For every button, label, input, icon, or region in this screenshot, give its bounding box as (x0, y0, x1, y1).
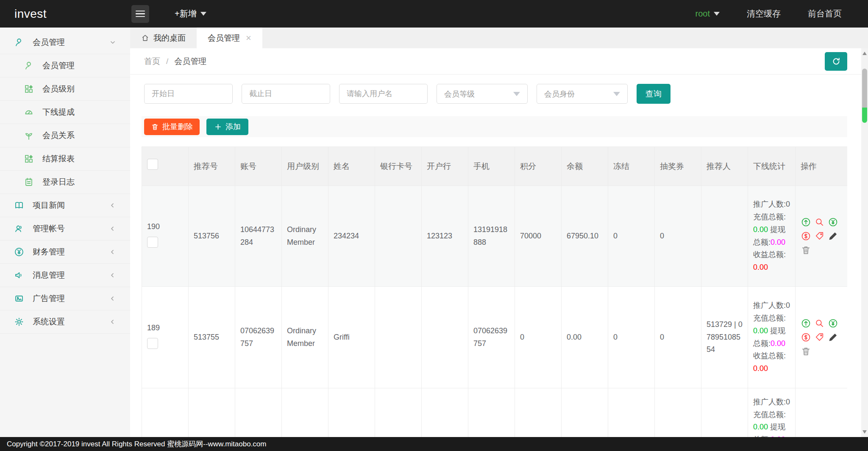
sidebar-item-project-news[interactable]: 项目新闻 (0, 194, 130, 217)
search-button[interactable]: 查询 (637, 84, 670, 104)
col-header: 用户级别 (282, 147, 328, 186)
sidebar-item-message-management[interactable]: 消息管理 (0, 264, 130, 287)
user-icon (14, 37, 24, 47)
yen-adjust-icon[interactable] (828, 318, 838, 329)
cell-balance: 67950.10 (562, 186, 608, 287)
member-level-select[interactable]: 会员等级 (437, 84, 528, 104)
chevron-left-icon (109, 318, 117, 326)
cell-bank-card (375, 186, 422, 287)
user-menu[interactable]: root (696, 9, 720, 19)
user-icon (24, 61, 34, 71)
sidebar-item-admin-accounts[interactable]: 管理帐号 (0, 217, 130, 241)
app-logo: invest (0, 7, 130, 21)
sidebar-item-downline-commission[interactable]: 下线提成 (0, 101, 130, 124)
sidebar-item-label: 登录日志 (42, 177, 75, 188)
end-date-input[interactable] (242, 84, 330, 104)
cell-level: Ordinary Member (282, 287, 328, 388)
table-row: 189 513755 07062639757 Ordinary Member G… (142, 287, 848, 388)
sidebar-item-system-settings[interactable]: 系统设置 (0, 310, 130, 334)
members-table: 推荐号 账号 用户级别 姓名 银行卡号 开户行 手机 积分 余额 冻结 抽奖券 … (142, 147, 847, 437)
add-button[interactable]: 添加 (206, 119, 248, 135)
front-home-link[interactable]: 前台首页 (808, 8, 842, 19)
copyright-text: Copyright ©2017-2019 invest All Rights R… (7, 439, 266, 449)
sidebar-item-login-log[interactable]: 登录日志 (0, 171, 130, 194)
add-label: 添加 (225, 122, 241, 132)
yen-adjust-icon[interactable] (828, 217, 838, 227)
breadcrumb-home[interactable]: 首页 (144, 56, 160, 67)
username-label: root (696, 9, 710, 19)
cell-name: 234234 (328, 186, 375, 287)
sidebar-item-settlement-report[interactable]: 结算报表 (0, 147, 130, 171)
cell-bank (422, 287, 468, 388)
gear-icon (14, 317, 24, 327)
sidebar-item-member-management-parent[interactable]: 会员管理 (0, 31, 130, 54)
chevron-left-icon (109, 202, 117, 209)
scrollbar[interactable] (861, 48, 868, 437)
tag-icon[interactable] (814, 332, 825, 343)
upgrade-icon[interactable] (801, 217, 811, 227)
chevron-left-icon (109, 248, 117, 256)
clear-cache-link[interactable]: 清空缓存 (747, 8, 781, 19)
yen-circle-icon (14, 247, 24, 257)
delete-icon[interactable] (801, 346, 811, 357)
refresh-button[interactable] (825, 52, 847, 71)
sidebar-item-member-level[interactable]: 会员级别 (0, 77, 130, 101)
col-header: 操作 (796, 147, 848, 186)
dollar-adjust-icon[interactable] (801, 231, 811, 241)
col-header: 推荐号 (189, 147, 235, 186)
edit-icon[interactable] (828, 332, 838, 343)
sidebar-item-label: 结算报表 (42, 153, 75, 164)
tag-icon[interactable] (814, 231, 825, 241)
footer: Copyright ©2017-2019 invest All Rights R… (0, 437, 868, 451)
sidebar-item-member-list[interactable]: 会员管理 (0, 54, 130, 77)
cell-level: Ordinary Member (282, 186, 328, 287)
start-date-input[interactable] (144, 84, 233, 104)
sidebar-item-ad-management[interactable]: 广告管理 (0, 287, 130, 310)
speaker-icon (14, 270, 24, 280)
sidebar-item-finance-management[interactable]: 财务管理 (0, 241, 130, 264)
sidebar-item-label: 会员级别 (42, 83, 75, 94)
scroll-up-arrow-icon[interactable] (862, 52, 867, 55)
scrollbar-thumb[interactable] (862, 69, 867, 108)
col-header: 推荐人 (701, 147, 748, 186)
row-checkbox[interactable] (147, 338, 158, 349)
close-icon[interactable]: × (246, 33, 251, 43)
tab-member-management[interactable]: 会员管理 × (197, 28, 262, 48)
dollar-adjust-icon[interactable] (801, 332, 811, 343)
col-header: 积分 (515, 147, 562, 186)
select-all-checkbox[interactable] (147, 159, 158, 170)
search-detail-icon[interactable] (814, 217, 825, 227)
username-input[interactable] (339, 84, 428, 104)
sidebar-item-label: 管理帐号 (33, 223, 65, 234)
delete-icon[interactable] (801, 245, 811, 255)
chevron-down-icon (513, 92, 520, 96)
sidebar-item-label: 广告管理 (33, 293, 65, 304)
cell-points: 70000 (515, 186, 562, 287)
cell-account: 10644773284 (235, 186, 282, 287)
edit-icon[interactable] (828, 231, 838, 241)
sidebar-item-label: 财务管理 (33, 246, 65, 257)
new-menu-button[interactable]: +新增 (175, 8, 206, 19)
cell-actions (796, 186, 848, 287)
sidebar-item-label: 会员管理 (42, 60, 75, 71)
scroll-down-arrow-icon[interactable] (862, 430, 867, 434)
breadcrumb-current: 会员管理 (174, 56, 206, 67)
hamburger-icon (136, 9, 145, 19)
sidebar-toggle-button[interactable] (131, 5, 149, 23)
cell-ref-no: 513755 (189, 287, 235, 388)
col-header: 抽奖券 (655, 147, 701, 186)
filter-bar: 会员等级 会员身份 查询 (144, 84, 670, 104)
member-identity-select[interactable]: 会员身份 (537, 84, 628, 104)
cell-tickets: 0 (655, 186, 701, 287)
batch-delete-button[interactable]: 批量删除 (144, 119, 200, 135)
tab-bar: 我的桌面 会员管理 × (130, 28, 868, 48)
cell-tickets: 0 (655, 287, 701, 388)
sidebar-item-member-relations[interactable]: 会员关系 (0, 124, 130, 147)
tab-my-desktop[interactable]: 我的桌面 (130, 28, 197, 48)
upgrade-icon[interactable] (801, 318, 811, 329)
topbar: invest +新增 root 清空缓存 前台首页 (0, 0, 868, 28)
row-checkbox[interactable] (147, 237, 158, 248)
cell-bank: 123123 (422, 186, 468, 287)
search-detail-icon[interactable] (814, 318, 825, 329)
chevron-left-icon (109, 225, 117, 232)
